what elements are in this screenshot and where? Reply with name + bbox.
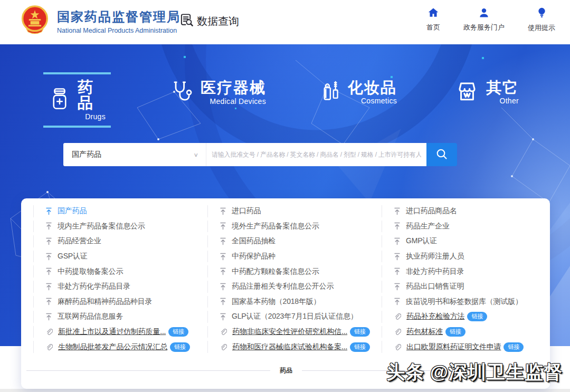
panel-item-label: 境内生产药品备案信息公示 xyxy=(58,222,145,231)
upload-icon xyxy=(394,222,401,230)
paperclip-icon xyxy=(220,343,227,351)
panel-data-item[interactable]: 药品注册相关专利信息公开公示 xyxy=(207,281,382,293)
tab-cosmetics[interactable]: 化妆品 Cosmetics xyxy=(322,80,397,105)
panel-item-label: 疫苗说明书和标签数据库（测试版） xyxy=(406,297,522,307)
upload-icon xyxy=(45,313,52,321)
header: 国家药品监督管理局 National Medical Products Admi… xyxy=(0,0,570,44)
tab-other-sublabel: Other xyxy=(486,97,519,105)
panel-item-label: GLP认证（2023年7月1日后认证信息） xyxy=(232,312,358,321)
panel-data-item[interactable]: 麻醉药品和精神药品品种目录 xyxy=(33,296,207,308)
panel-link-item[interactable]: 出口欧盟原料药证明文件申请链接 xyxy=(382,341,556,353)
site-name-label: 数据查询 xyxy=(197,14,239,28)
panel-data-item[interactable]: 中药提取物备案公示 xyxy=(33,265,207,278)
search-icon xyxy=(435,148,448,162)
upload-icon xyxy=(394,298,401,305)
nav-home[interactable]: 首页 xyxy=(426,7,440,33)
stethoscope-icon xyxy=(172,80,194,106)
panel-item-label: 中药配方颗粒备案信息公示 xyxy=(232,267,319,276)
panel-data-item[interactable]: 中药配方颗粒备案信息公示 xyxy=(207,265,382,278)
panel-item-label: GSP认证 xyxy=(58,252,88,261)
panel-data-item[interactable]: 进口药品 xyxy=(207,205,382,217)
user-icon xyxy=(479,7,489,20)
search-input[interactable] xyxy=(206,143,426,166)
pill-bottle-icon xyxy=(49,87,71,113)
watermark-text: 头条 @深圳卫生监督 xyxy=(386,360,563,385)
link-badge: 链接 xyxy=(168,327,188,337)
panel-data-item[interactable]: 非处方药中药目录 xyxy=(382,265,556,278)
panel-item-label: 药品生产企业 xyxy=(406,222,450,231)
panel-item-label: 执业药师注册人员 xyxy=(406,252,464,261)
panel-link-item[interactable]: 药物非临床安全性评价研究机构信...链接 xyxy=(207,326,382,338)
panel-link-item[interactable]: 药品补充检验方法链接 xyxy=(382,311,556,323)
tab-other[interactable]: 其它 Other xyxy=(455,80,519,105)
panel-data-item[interactable]: 国产药品 xyxy=(33,205,207,217)
paperclip-icon xyxy=(45,343,53,351)
panel-item-label: 药品注册相关专利信息公开公示 xyxy=(232,282,334,291)
bulb-icon xyxy=(537,7,546,21)
panel-data-item[interactable]: GMP认证 xyxy=(382,235,556,247)
link-badge: 链接 xyxy=(350,327,370,337)
panel-data-item[interactable]: 境内生产药品备案信息公示 xyxy=(33,221,207,233)
tab-medical-devices-label: 医疗器械 xyxy=(201,80,266,95)
panel-data-item[interactable]: 药品出口销售证明 xyxy=(382,281,556,293)
upload-icon xyxy=(45,222,52,230)
panel-item-label: 药物非临床安全性评价研究机构信... xyxy=(232,327,347,337)
tab-drugs[interactable]: 药品 Drugs xyxy=(43,72,111,128)
nav-usage-tips[interactable]: 使用提示 xyxy=(528,7,555,33)
panel-data-item[interactable]: 进口药品商品名 xyxy=(382,205,556,217)
nav-home-label: 首页 xyxy=(426,23,440,32)
upload-icon xyxy=(394,283,401,291)
panel-link-item[interactable]: 生物制品批签发产品公示情况汇总链接 xyxy=(33,341,207,353)
search-category-select[interactable]: 国产药品 ∨ xyxy=(63,143,206,166)
panel-item-label: 境外生产药品备案信息公示 xyxy=(232,222,319,231)
home-icon xyxy=(428,7,439,20)
panel-data-item[interactable]: 全国药品抽检 xyxy=(207,235,382,247)
tab-medical-devices[interactable]: 医疗器械 Medical Devices xyxy=(172,80,266,106)
panel-data-item[interactable]: 中药保护品种 xyxy=(207,251,382,263)
panel-item-label: 非处方药化学药品目录 xyxy=(58,282,130,291)
nav-gov-portal[interactable]: 政务服务门户 xyxy=(463,7,505,33)
search-button[interactable] xyxy=(426,143,457,166)
panel-data-item[interactable]: 境外生产药品备案信息公示 xyxy=(207,221,382,233)
tab-cosmetics-label: 化妆品 xyxy=(348,80,397,95)
paperclip-icon xyxy=(394,313,401,320)
panel-data-item[interactable]: 药品生产企业 xyxy=(382,221,556,233)
panel-data-item[interactable]: 非处方药化学药品目录 xyxy=(33,281,207,293)
upload-icon xyxy=(394,267,401,275)
site-name[interactable]: 数据查询 xyxy=(179,13,239,30)
search-category-value: 国产药品 xyxy=(72,150,101,159)
link-badge: 链接 xyxy=(504,342,524,352)
upload-icon xyxy=(394,253,401,261)
chevron-down-icon: ∨ xyxy=(193,151,198,158)
panel-data-item[interactable]: 执业药师注册人员 xyxy=(382,251,556,263)
panel-item-label: 药品经营企业 xyxy=(58,236,101,246)
panel-data-item[interactable]: 药品经营企业 xyxy=(33,235,207,247)
panel-item-label: 非处方药中药目录 xyxy=(406,267,464,276)
upload-icon xyxy=(220,237,226,245)
upload-icon xyxy=(394,207,401,215)
panel-item-label: 药包材标准 xyxy=(406,327,443,337)
upload-icon xyxy=(220,222,226,230)
national-emblem-icon xyxy=(20,4,50,38)
panel-item-label: 麻醉药品和精神药品品种目录 xyxy=(58,297,152,307)
top-nav: 首页 政务服务门户 使用提示 xyxy=(426,7,555,33)
panel-link-item[interactable]: 药物和医疗器械临床试验机构备案...链接 xyxy=(207,341,382,353)
tab-drugs-label: 药品 xyxy=(78,79,106,111)
search-bar: 国产药品 ∨ xyxy=(63,143,457,166)
paperclip-icon xyxy=(45,328,53,336)
panel-data-item[interactable]: GSP认证 xyxy=(33,251,207,263)
panel-link-item[interactable]: 药包材标准链接 xyxy=(382,326,556,338)
panel-data-item[interactable]: 国家基本药物（2018年版） xyxy=(207,296,382,308)
panel-data-item[interactable]: GLP认证（2023年7月1日后认证信息） xyxy=(207,311,382,323)
panel-item-label: 生物制品批签发产品公示情况汇总 xyxy=(58,342,167,352)
store-icon xyxy=(455,80,479,105)
panel-data-item[interactable]: 疫苗说明书和标签数据库（测试版） xyxy=(382,296,556,308)
agency-subtitle: National Medical Products Administration xyxy=(57,27,180,34)
tab-medical-devices-sublabel: Medical Devices xyxy=(201,97,266,106)
panel-link-item[interactable]: 新批准上市以及通过仿制药质量...链接 xyxy=(33,326,207,338)
upload-icon xyxy=(220,253,226,261)
link-badge: 链接 xyxy=(467,312,487,321)
nav-gov-portal-label: 政务服务门户 xyxy=(463,23,505,32)
panel-data-item[interactable]: 互联网药品信息服务 xyxy=(33,311,207,323)
panel-item-label: 药物和医疗器械临床试验机构备案... xyxy=(232,342,347,352)
